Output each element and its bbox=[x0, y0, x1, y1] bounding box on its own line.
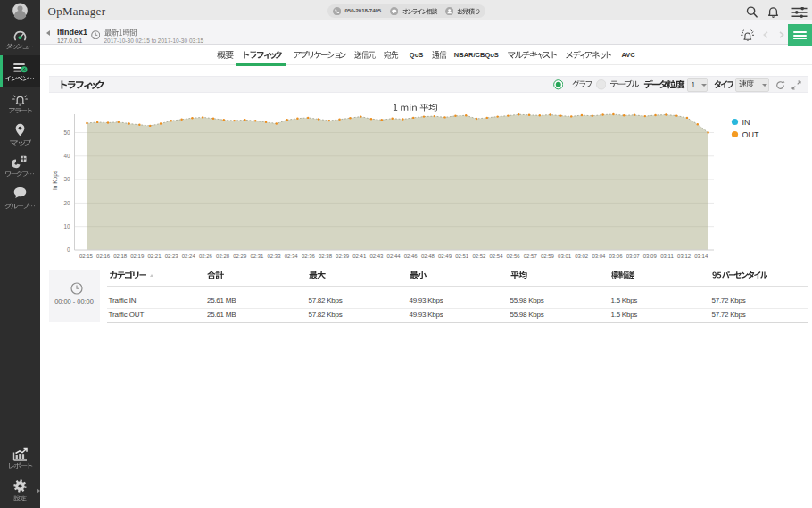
svg-text:03:01: 03:01 bbox=[558, 254, 572, 259]
svg-text:02:21: 02:21 bbox=[147, 254, 162, 259]
svg-text:02:43: 02:43 bbox=[369, 254, 384, 259]
svg-text:02:48: 02:48 bbox=[421, 254, 435, 259]
svg-text:02:59: 02:59 bbox=[541, 254, 555, 259]
svg-text:03:12: 03:12 bbox=[677, 254, 692, 259]
svg-text:IN: IN bbox=[742, 118, 750, 127]
svg-text:02:46: 02:46 bbox=[404, 254, 418, 259]
svg-text:10: 10 bbox=[63, 223, 70, 229]
svg-text:02:19: 02:19 bbox=[130, 254, 145, 259]
svg-text:02:28: 02:28 bbox=[216, 254, 230, 259]
svg-text:02:29: 02:29 bbox=[233, 254, 247, 259]
svg-text:02:31: 02:31 bbox=[250, 254, 264, 259]
svg-text:02:56: 02:56 bbox=[507, 254, 521, 259]
svg-text:20: 20 bbox=[63, 200, 70, 206]
svg-text:02:24: 02:24 bbox=[182, 254, 196, 259]
svg-text:02:26: 02:26 bbox=[199, 254, 213, 259]
svg-text:02:38: 02:38 bbox=[319, 254, 333, 259]
svg-text:02:15: 02:15 bbox=[79, 254, 94, 259]
svg-text:03:07: 03:07 bbox=[626, 254, 641, 259]
svg-text:0: 0 bbox=[67, 246, 70, 253]
svg-text:02:44: 02:44 bbox=[387, 254, 402, 259]
svg-text:03:14: 03:14 bbox=[694, 254, 708, 259]
svg-text:03:11: 03:11 bbox=[660, 254, 674, 259]
svg-text:30: 30 bbox=[63, 176, 70, 182]
svg-text:02:23: 02:23 bbox=[165, 254, 179, 259]
svg-text:02:36: 02:36 bbox=[302, 254, 316, 259]
svg-text:02:16: 02:16 bbox=[96, 254, 111, 259]
svg-text:OUT: OUT bbox=[742, 130, 760, 139]
svg-text:40: 40 bbox=[63, 153, 70, 159]
svg-text:02:57: 02:57 bbox=[524, 254, 538, 259]
svg-text:50: 50 bbox=[63, 129, 70, 136]
svg-text:02:54: 02:54 bbox=[489, 254, 503, 259]
svg-text:03:06: 03:06 bbox=[609, 254, 623, 259]
svg-text:02:51: 02:51 bbox=[455, 254, 469, 259]
svg-text:03:02: 03:02 bbox=[575, 254, 589, 259]
svg-text:02:41: 02:41 bbox=[352, 254, 367, 259]
svg-text:In Kbps: In Kbps bbox=[52, 170, 59, 190]
svg-text:02:49: 02:49 bbox=[438, 254, 452, 259]
svg-text:02:39: 02:39 bbox=[336, 254, 350, 259]
svg-text:03:09: 03:09 bbox=[643, 254, 658, 259]
svg-text:02:52: 02:52 bbox=[472, 254, 486, 259]
svg-text:03:04: 03:04 bbox=[592, 254, 606, 259]
svg-text:02:33: 02:33 bbox=[267, 254, 281, 259]
svg-text:02:18: 02:18 bbox=[113, 254, 128, 259]
svg-text:02:34: 02:34 bbox=[285, 254, 299, 259]
